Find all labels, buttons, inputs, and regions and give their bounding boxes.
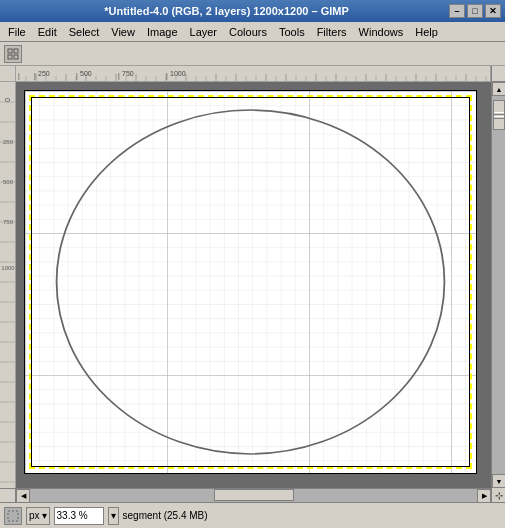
zoom-dropdown-arrow: ▾ [111, 510, 116, 521]
menu-select[interactable]: Select [63, 24, 106, 40]
menu-image[interactable]: Image [141, 24, 184, 40]
circle-svg [25, 91, 476, 473]
menu-help[interactable]: Help [409, 24, 444, 40]
svg-text:|: | [166, 72, 168, 80]
unit-value: px [29, 510, 40, 521]
svg-rect-3 [14, 55, 18, 59]
close-button[interactable]: ✕ [485, 4, 501, 18]
menu-windows[interactable]: Windows [353, 24, 410, 40]
menu-layer[interactable]: Layer [184, 24, 224, 40]
ruler-top-svg: | | 250 | 500 | 750 | 1000 [16, 66, 490, 82]
scroll-bottom-track[interactable] [30, 489, 477, 502]
scroll-down-button[interactable]: ▼ [492, 474, 505, 488]
menu-view[interactable]: View [105, 24, 141, 40]
minimize-button[interactable]: – [449, 4, 465, 18]
menu-tools[interactable]: Tools [273, 24, 311, 40]
svg-text:|: | [18, 72, 20, 80]
window-title: *Untitled-4.0 (RGB, 2 layers) 1200x1200 … [4, 5, 449, 17]
svg-rect-1 [14, 49, 18, 53]
menu-file[interactable]: File [2, 24, 32, 40]
zoom-display: 33.3 % [54, 507, 104, 525]
status-bar: px ▾ 33.3 % ▾ segment (25.4 MB) [0, 502, 505, 528]
svg-rect-0 [8, 49, 12, 53]
svg-text:|: | [76, 72, 78, 80]
scroll-corner-bl [0, 488, 16, 502]
main-area: | | 250 | 500 | 750 | 1000 [0, 66, 505, 502]
menu-bar: File Edit Select View Image Layer Colour… [0, 22, 505, 42]
menu-colours[interactable]: Colours [223, 24, 273, 40]
ruler-top: | | 250 | 500 | 750 | 1000 [16, 66, 491, 82]
unit-dropdown-arrow: ▾ [42, 510, 47, 521]
scroll-right-thumb[interactable] [493, 100, 505, 130]
scroll-right-track[interactable] [492, 96, 505, 474]
svg-text:|: | [34, 72, 36, 80]
scroll-up-button[interactable]: ▲ [492, 82, 505, 96]
svg-text:0: 0 [4, 98, 11, 102]
resize-corner[interactable]: ⊹ [491, 488, 505, 502]
ruler-left-svg: 0 [0, 82, 16, 488]
scroll-right-button[interactable]: ▶ [477, 489, 491, 502]
svg-text:1000: 1000 [1, 265, 15, 271]
scrollbar-bottom: ◀ ▶ [16, 488, 491, 502]
ruler-corner [0, 66, 16, 82]
title-bar: *Untitled-4.0 (RGB, 2 layers) 1200x1200 … [0, 0, 505, 22]
svg-text:|: | [118, 72, 120, 80]
menu-edit[interactable]: Edit [32, 24, 63, 40]
zoom-dropdown[interactable]: ▾ [108, 507, 119, 525]
maximize-button[interactable]: □ [467, 4, 483, 18]
ruler-left: 0 [0, 82, 16, 488]
svg-rect-2 [8, 55, 12, 59]
svg-point-92 [57, 110, 445, 454]
scrollbar-right: ▲ ▼ [491, 82, 505, 488]
svg-text:750: 750 [3, 219, 14, 225]
tool-icon-1[interactable] [4, 45, 22, 63]
scroll-left-button[interactable]: ◀ [16, 489, 30, 502]
svg-rect-93 [8, 511, 18, 521]
canvas-wrapper: | | 250 | 500 | 750 | 1000 [0, 66, 505, 502]
canvas [24, 90, 477, 474]
canvas-scroll-area[interactable] [16, 82, 491, 488]
svg-text:250: 250 [38, 70, 50, 77]
status-tool-icon [4, 507, 22, 525]
svg-text:250: 250 [3, 139, 14, 145]
toolbar [0, 42, 505, 66]
zoom-value: 33.3 % [57, 510, 88, 521]
status-info: segment (25.4 MB) [123, 510, 501, 521]
menu-filters[interactable]: Filters [311, 24, 353, 40]
bottom-scroll-row: ◀ ▶ ⊹ [0, 488, 505, 502]
scroll-bottom-thumb[interactable] [214, 489, 294, 501]
svg-text:1000: 1000 [170, 70, 186, 77]
unit-selector[interactable]: px ▾ [26, 507, 50, 525]
svg-text:500: 500 [3, 179, 14, 185]
svg-text:750: 750 [122, 70, 134, 77]
window-controls: – □ ✕ [449, 4, 501, 18]
scroll-corner-tr [491, 66, 505, 82]
